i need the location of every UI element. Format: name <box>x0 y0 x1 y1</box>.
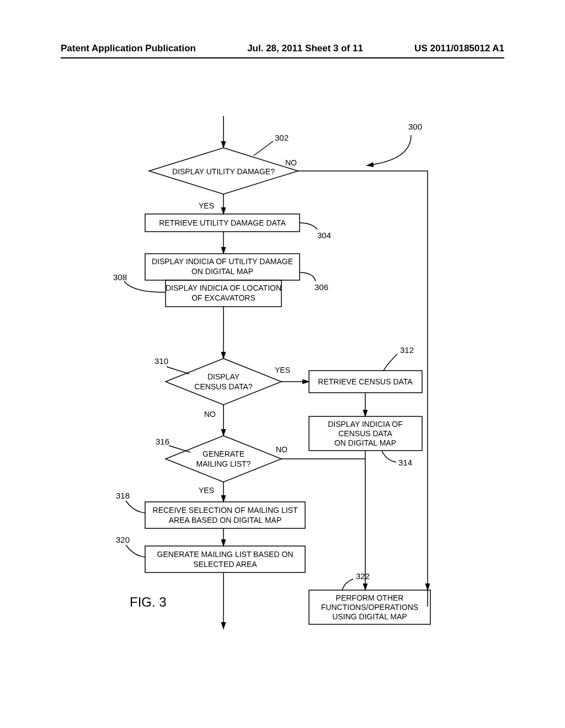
svg-text:AREA BASED ON DIGITAL MAP: AREA BASED ON DIGITAL MAP <box>169 516 282 524</box>
ref-314: 314 <box>398 458 412 467</box>
svg-marker-14 <box>166 358 281 405</box>
decision-display-utility-damage: DISPLAY UTILITY DAMAGE? <box>149 148 298 194</box>
svg-text:DISPLAY INDICIA OF: DISPLAY INDICIA OF <box>328 420 403 429</box>
label-yes-310: YES <box>275 366 290 374</box>
svg-text:RETRIEVE CENSUS DATA: RETRIEVE CENSUS DATA <box>318 377 413 386</box>
box-perform-other: PERFORM OTHER FUNCTIONS/OPERATIONS USING… <box>309 590 430 624</box>
ref-316: 316 <box>156 437 169 446</box>
box-display-utility-damage: DISPLAY INDICIA OF UTILITY DAMAGE ON DIG… <box>145 254 300 280</box>
svg-text:CENSUS DATA: CENSUS DATA <box>338 429 392 438</box>
ref-322: 322 <box>356 571 370 581</box>
svg-text:GENERATE: GENERATE <box>202 449 244 458</box>
ref-320: 320 <box>116 535 130 544</box>
svg-text:DISPLAY INDICIA OF LOCATION: DISPLAY INDICIA OF LOCATION <box>166 283 281 292</box>
svg-text:PERFORM OTHER: PERFORM OTHER <box>336 593 404 602</box>
svg-text:MAILING LIST?: MAILING LIST? <box>196 459 251 468</box>
label-no-316: NO <box>276 445 287 454</box>
svg-text:CENSUS DATA?: CENSUS DATA? <box>194 382 252 391</box>
decision-display-census: DISPLAY CENSUS DATA? <box>166 358 281 405</box>
svg-text:SELECTED AREA: SELECTED AREA <box>193 560 257 569</box>
box-generate-mailing-list: GENERATE MAILING LIST BASED ON SELECTED … <box>145 546 305 572</box>
ref-310: 310 <box>154 356 168 366</box>
box-receive-selection: RECEIVE SELECTION OF MAILING LIST AREA B… <box>145 502 305 528</box>
svg-text:DISPLAY: DISPLAY <box>207 372 240 381</box>
box-display-census: DISPLAY INDICIA OF CENSUS DATA ON DIGITA… <box>309 416 422 451</box>
decision-generate-mailing: GENERATE MAILING LIST? <box>166 436 281 482</box>
svg-text:FUNCTIONS/OPERATIONS: FUNCTIONS/OPERATIONS <box>321 603 418 612</box>
label-no-302: NO <box>285 158 297 167</box>
ref-300: 300 <box>408 122 422 131</box>
svg-text:RETRIEVE UTILITY DAMAGE DATA: RETRIEVE UTILITY DAMAGE DATA <box>159 218 286 227</box>
svg-text:DISPLAY INDICIA OF UTILITY DAM: DISPLAY INDICIA OF UTILITY DAMAGE <box>152 257 293 266</box>
label-no-310: NO <box>204 410 216 419</box>
label-yes-302: YES <box>199 201 214 210</box>
svg-marker-26 <box>166 436 281 482</box>
svg-text:DISPLAY UTILITY DAMAGE?: DISPLAY UTILITY DAMAGE? <box>172 167 275 176</box>
box-display-excavators: DISPLAY INDICIA OF LOCATION OF EXCAVATOR… <box>166 280 281 307</box>
box-retrieve-census: RETRIEVE CENSUS DATA <box>309 371 422 393</box>
svg-text:GENERATE MAILING LIST BASED ON: GENERATE MAILING LIST BASED ON <box>157 550 294 559</box>
label-yes-316: YES <box>199 486 214 495</box>
flowchart: 300 DISPLAY UTILITY DAMAGE? 302 NO YES R… <box>0 0 565 728</box>
svg-text:ON DIGITAL MAP: ON DIGITAL MAP <box>191 267 253 276</box>
ref-312: 312 <box>400 345 414 355</box>
box-retrieve-utility-damage: RETRIEVE UTILITY DAMAGE DATA <box>145 214 300 232</box>
svg-text:ON DIGITAL MAP: ON DIGITAL MAP <box>334 438 396 447</box>
ref-318: 318 <box>116 491 130 500</box>
figure-label: FIG. 3 <box>130 595 167 609</box>
ref-302: 302 <box>275 133 289 142</box>
ref-308: 308 <box>113 272 127 282</box>
svg-text:USING DIGITAL MAP: USING DIGITAL MAP <box>332 612 407 621</box>
ref-306: 306 <box>315 282 328 292</box>
ref-304: 304 <box>317 231 331 240</box>
svg-text:RECEIVE SELECTION OF MAILING L: RECEIVE SELECTION OF MAILING LIST <box>153 506 298 515</box>
svg-text:OF EXCAVATORS: OF EXCAVATORS <box>191 293 255 302</box>
